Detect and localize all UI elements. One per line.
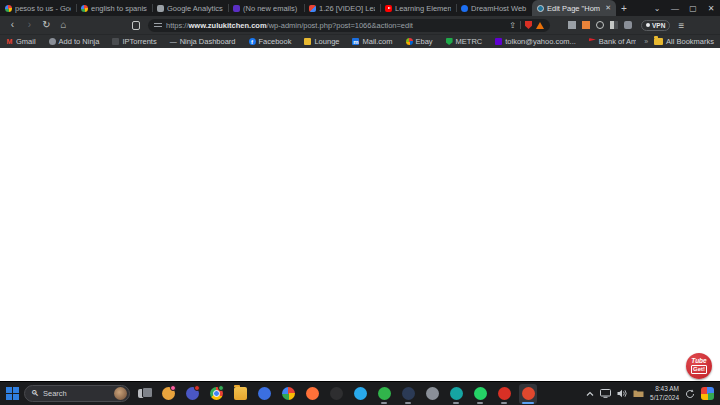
reload-icon[interactable]: ↻ bbox=[40, 20, 53, 30]
notification-badge bbox=[194, 385, 200, 391]
bookmark-facebook[interactable]: fFacebook bbox=[249, 37, 292, 46]
tab-5[interactable]: 1.26 [VIDEO] Learnin bbox=[304, 0, 380, 16]
running-indicator bbox=[477, 402, 483, 404]
vpn-badge[interactable]: VPN bbox=[641, 20, 670, 31]
tab-search-icon[interactable]: ⌄ bbox=[648, 0, 666, 16]
notification-badge bbox=[170, 385, 176, 391]
bookmark-label: METRC bbox=[456, 37, 483, 46]
start-button[interactable] bbox=[6, 387, 19, 400]
bookmark-mail-com[interactable]: mMail.com bbox=[352, 37, 392, 46]
extensions-cluster bbox=[568, 21, 632, 29]
share-icon[interactable]: ⇪ bbox=[509, 21, 516, 30]
tab-title: Learning Elementor bbox=[395, 4, 451, 13]
bookmark-iptorrents[interactable]: IPTorrents bbox=[112, 37, 156, 46]
shield-extension-icon[interactable] bbox=[525, 21, 532, 29]
gray-shield-app[interactable] bbox=[423, 384, 441, 404]
site-settings-icon[interactable] bbox=[154, 21, 162, 29]
iptorrents-icon bbox=[112, 38, 119, 45]
metrc-icon bbox=[446, 38, 453, 45]
ninja-icon bbox=[49, 38, 56, 45]
red-shield-vpn-app[interactable] bbox=[519, 384, 537, 404]
tubeget-download-button[interactable]: Tube Get! bbox=[686, 353, 712, 379]
display-tray-icon[interactable] bbox=[600, 389, 611, 398]
tab-6[interactable]: Learning Elementor bbox=[380, 0, 456, 16]
bookmark-label: Add to Ninja bbox=[59, 37, 100, 46]
divider bbox=[520, 21, 521, 29]
whatsapp-app[interactable] bbox=[471, 384, 489, 404]
green-voice-app-icon bbox=[378, 387, 391, 400]
bookmark-metrc[interactable]: METRC bbox=[446, 37, 483, 46]
extension-outline-icon[interactable] bbox=[596, 21, 604, 29]
tab-7[interactable]: DreamHost Web Pan bbox=[456, 0, 532, 16]
whatsapp-app-icon bbox=[474, 387, 487, 400]
hidden-icons-chevron-icon[interactable] bbox=[586, 391, 594, 397]
forward-icon[interactable]: › bbox=[23, 20, 36, 30]
file-explorer-app[interactable] bbox=[231, 384, 249, 404]
screen-recorder-app-icon bbox=[402, 387, 415, 400]
bookmark-ebay[interactable]: Ebay bbox=[406, 37, 433, 46]
home-icon[interactable]: ⌂ bbox=[57, 20, 70, 30]
tab-8[interactable]: Edit Page "Hom✕ bbox=[532, 0, 616, 16]
taskbar-search-box[interactable]: 🔍︎ Search bbox=[24, 385, 130, 402]
close-window-button[interactable]: ✕ bbox=[702, 0, 720, 16]
tab-2[interactable]: english to spanish - G bbox=[76, 0, 152, 16]
all-bookmarks-button[interactable]: All Bookmarks bbox=[654, 37, 714, 46]
taskbar-clock[interactable]: 8:43 AM 5/17/2024 bbox=[650, 385, 679, 402]
new-tab-button[interactable]: + bbox=[616, 0, 632, 16]
teal-s-app[interactable] bbox=[447, 384, 465, 404]
tab-3[interactable]: Google Analytics Tra bbox=[152, 0, 228, 16]
tab-1[interactable]: pesos to us - Googl bbox=[0, 0, 76, 16]
bookmark-lounge[interactable]: Lounge bbox=[304, 37, 339, 46]
maximize-button[interactable]: ▢ bbox=[684, 0, 702, 16]
photos-app[interactable] bbox=[279, 384, 297, 404]
gray-shield-app-icon bbox=[426, 387, 439, 400]
yahoo-icon bbox=[495, 38, 502, 45]
bookmark-gmail[interactable]: MGmail bbox=[6, 37, 36, 46]
teams-app[interactable] bbox=[183, 384, 201, 404]
extension-half-icon[interactable] bbox=[610, 21, 618, 29]
search-highlight-image[interactable] bbox=[114, 387, 127, 400]
extension-gray-square-icon[interactable] bbox=[568, 21, 576, 29]
chrome-app[interactable] bbox=[207, 384, 225, 404]
green-voice-app[interactable] bbox=[375, 384, 393, 404]
colorful-widget-icon[interactable] bbox=[701, 387, 714, 400]
google-favicon bbox=[5, 5, 12, 12]
blue-search-app[interactable] bbox=[255, 384, 273, 404]
side-panel-icon[interactable] bbox=[132, 21, 140, 30]
minimize-button[interactable]: — bbox=[666, 0, 684, 16]
extension-orange-icon[interactable] bbox=[582, 21, 590, 29]
back-icon[interactable]: ‹ bbox=[6, 20, 19, 30]
url-text: https://www.zulukitchen.com/wp-admin/pos… bbox=[166, 21, 505, 30]
tab-close-icon[interactable]: ✕ bbox=[603, 4, 611, 12]
screen-recorder-app[interactable] bbox=[399, 384, 417, 404]
triangle-extension-icon[interactable] bbox=[536, 22, 544, 29]
red-record-app[interactable] bbox=[495, 384, 513, 404]
blue-search-app-icon bbox=[258, 387, 271, 400]
inbox-favicon bbox=[233, 5, 240, 12]
bookmarks-overflow-icon[interactable]: » bbox=[644, 38, 648, 45]
bookmark-bank-of-america[interactable]: Bank of America bbox=[589, 37, 636, 46]
bookmarks-right: » All Bookmarks bbox=[644, 37, 714, 46]
bookmarks-bar: MGmailAdd to NinjaIPTorrents—Ninja Dashb… bbox=[0, 34, 720, 48]
tab-strip: pesos to us - Googlenglish to spanish - … bbox=[0, 0, 720, 16]
notification-sync-icon[interactable] bbox=[685, 389, 695, 399]
google-favicon bbox=[81, 5, 88, 12]
dark-utility-app[interactable] bbox=[327, 384, 345, 404]
tubeget-top-label: Tube bbox=[691, 358, 706, 365]
dreamhost-favicon bbox=[461, 5, 468, 12]
bookmark-tolkon-yahoo-com-[interactable]: tolkon@yahoo.com... bbox=[495, 37, 576, 46]
extension-rounded-icon[interactable] bbox=[624, 21, 632, 29]
address-bar[interactable]: https://www.zulukitchen.com/wp-admin/pos… bbox=[148, 19, 550, 32]
browser-menu-icon[interactable]: ≡ bbox=[678, 20, 684, 31]
firefox-app[interactable] bbox=[303, 384, 321, 404]
speaker-tray-icon[interactable] bbox=[617, 389, 627, 398]
tab-4[interactable]: (No new emails) - tol bbox=[228, 0, 304, 16]
telegram-app[interactable] bbox=[351, 384, 369, 404]
tab-title: DreamHost Web Pan bbox=[471, 4, 527, 13]
task-view-button[interactable] bbox=[135, 384, 153, 404]
coins-app[interactable] bbox=[159, 384, 177, 404]
folder-tray-icon[interactable] bbox=[633, 389, 644, 398]
bookmark-add-to-ninja[interactable]: Add to Ninja bbox=[49, 37, 100, 46]
bookmark-ninja-dashboard[interactable]: —Ninja Dashboard bbox=[170, 37, 236, 46]
telegram-app-icon bbox=[354, 387, 367, 400]
